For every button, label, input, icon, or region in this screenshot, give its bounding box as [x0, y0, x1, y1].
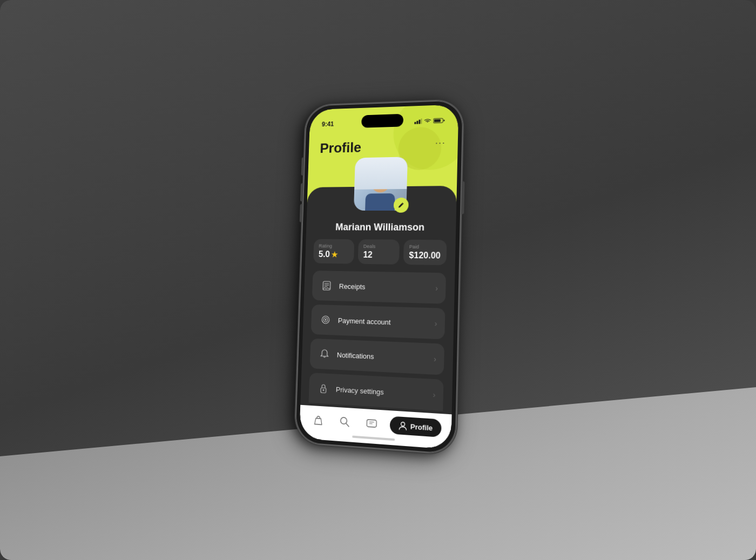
receipts-label: Receipts: [339, 282, 366, 291]
pencil-icon: [398, 201, 404, 208]
svg-rect-14: [367, 419, 377, 427]
chevron-right-icon: ›: [435, 319, 437, 328]
svg-point-10: [325, 319, 327, 320]
svg-point-15: [401, 422, 404, 426]
dynamic-island: [361, 113, 403, 127]
chevron-right-icon: ›: [434, 354, 436, 363]
svg-rect-1: [416, 120, 418, 124]
rating-value: 5.0 ★: [319, 249, 349, 259]
paid-value: $120.00: [409, 250, 441, 260]
deals-stat: Deals 12: [357, 239, 400, 265]
svg-point-12: [322, 389, 324, 390]
menu-item-privacy[interactable]: Privacy settings ›: [309, 373, 444, 411]
menu-item-payment[interactable]: Payment account ›: [311, 304, 446, 339]
search-icon: [339, 415, 351, 428]
battery-icon: [433, 118, 445, 124]
wifi-icon: [424, 118, 431, 123]
phone-screen: 9:41: [299, 104, 458, 449]
chevron-right-icon: ›: [435, 284, 438, 292]
nav-item-profile-active[interactable]: Profile: [389, 416, 442, 437]
phone-frame: 9:41: [295, 99, 463, 454]
notifications-label: Notifications: [337, 350, 374, 360]
deals-value: 12: [363, 250, 394, 260]
paid-stat: Paid $120.00: [403, 239, 447, 265]
avatar-wrapper: [354, 157, 408, 211]
more-button[interactable]: ···: [435, 138, 446, 147]
payment-icon: [318, 312, 333, 327]
nav-item-bag[interactable]: [309, 409, 328, 430]
svg-rect-6: [443, 119, 444, 121]
star-icon: ★: [331, 250, 338, 259]
bell-icon: [317, 346, 332, 362]
menu-list: Receipts ›: [309, 271, 447, 411]
chevron-right-icon: ›: [433, 390, 435, 399]
paid-label: Paid: [409, 244, 441, 249]
receipt-icon: [319, 278, 334, 293]
phone-mockup: 9:41: [295, 99, 463, 454]
svg-rect-0: [414, 122, 416, 124]
rating-stat: Rating 5.0 ★: [313, 239, 354, 264]
nav-item-messages[interactable]: [362, 413, 382, 434]
lock-icon: [316, 380, 331, 396]
signal-icon: [414, 118, 422, 124]
deals-label: Deals: [363, 244, 395, 249]
menu-item-notifications[interactable]: Notifications ›: [310, 338, 444, 375]
menu-item-receipts[interactable]: Receipts ›: [312, 271, 446, 304]
svg-rect-3: [421, 118, 422, 124]
messages-icon: [366, 417, 378, 430]
svg-rect-5: [434, 119, 441, 122]
page-title: Profile: [320, 139, 361, 157]
bag-icon: [312, 414, 324, 426]
status-time: 9:41: [322, 120, 334, 127]
profile-card: Mariann Williamson Rating 5.0 ★: [300, 185, 457, 415]
status-icons: [414, 118, 445, 124]
nav-item-search[interactable]: [335, 411, 355, 432]
stats-row: Rating 5.0 ★ Deals 12: [313, 239, 447, 265]
profile-nav-label: Profile: [410, 422, 433, 431]
profile-icon: [399, 421, 408, 430]
background: 9:41: [0, 0, 756, 560]
payment-label: Payment account: [338, 316, 391, 326]
edit-avatar-button[interactable]: [394, 197, 409, 212]
svg-point-13: [341, 417, 347, 424]
rating-label: Rating: [319, 243, 349, 248]
privacy-label: Privacy settings: [336, 385, 384, 396]
user-name: Mariann Williamson: [306, 219, 456, 233]
svg-rect-2: [418, 119, 420, 124]
